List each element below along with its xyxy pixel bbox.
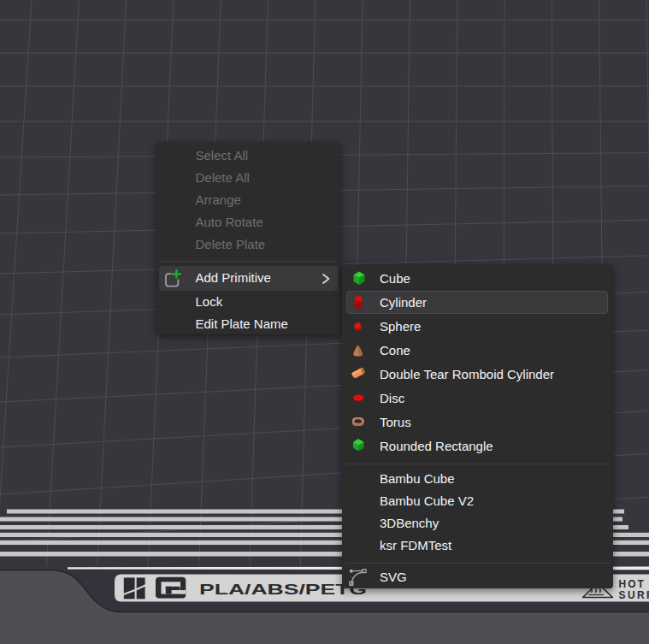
svg-text:HOT: HOT (619, 578, 646, 590)
svg-text:SURFACE: SURFACE (619, 589, 649, 601)
